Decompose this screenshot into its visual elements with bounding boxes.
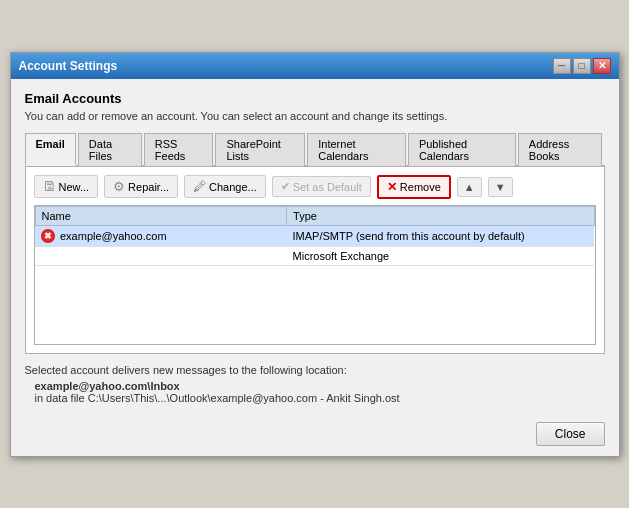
account-name-cell: ✖ example@yahoo.com bbox=[35, 225, 287, 246]
window-title: Account Settings bbox=[19, 59, 118, 73]
repair-icon: ⚙ bbox=[113, 179, 125, 194]
tab-sharepoint-lists[interactable]: SharePoint Lists bbox=[215, 133, 305, 166]
close-window-button[interactable]: ✕ bbox=[593, 58, 611, 74]
inbox-path: example@yahoo.com\Inbox bbox=[35, 380, 605, 392]
bottom-bar: Close bbox=[11, 414, 619, 456]
tab-published-calendars[interactable]: Published Calendars bbox=[408, 133, 516, 166]
account-row-icon: ✖ example@yahoo.com bbox=[41, 229, 167, 243]
change-button[interactable]: 🖉 Change... bbox=[184, 175, 266, 198]
tab-data-files[interactable]: Data Files bbox=[78, 133, 142, 166]
maximize-button[interactable]: □ bbox=[573, 58, 591, 74]
arrow-up-icon: ▲ bbox=[464, 181, 475, 193]
content-area: Email Accounts You can add or remove an … bbox=[11, 79, 619, 414]
title-bar-buttons: ─ □ ✕ bbox=[553, 58, 611, 74]
checkmark-icon: ✔ bbox=[281, 180, 290, 193]
table-row[interactable]: Microsoft Exchange bbox=[35, 246, 594, 265]
tab-rss-feeds[interactable]: RSS Feeds bbox=[144, 133, 214, 166]
close-button[interactable]: Close bbox=[536, 422, 605, 446]
tab-panel: 🖺 New... ⚙ Repair... 🖉 Change... ✔ Set a… bbox=[25, 167, 605, 354]
set-default-button[interactable]: ✔ Set as Default bbox=[272, 176, 371, 197]
new-icon: 🖺 bbox=[43, 179, 56, 194]
table-row[interactable]: ✖ example@yahoo.comIMAP/SMTP (send from … bbox=[35, 225, 594, 246]
col-header-name: Name bbox=[35, 206, 287, 225]
account-name-cell bbox=[35, 246, 287, 265]
data-file-path: in data file C:\Users\This\...\Outlook\e… bbox=[35, 392, 605, 404]
move-up-button[interactable]: ▲ bbox=[457, 177, 482, 197]
new-button[interactable]: 🖺 New... bbox=[34, 175, 99, 198]
repair-button[interactable]: ⚙ Repair... bbox=[104, 175, 178, 198]
accounts-table: Name Type ✖ example@yahoo.comIMAP/SMTP (… bbox=[35, 206, 595, 266]
minimize-button[interactable]: ─ bbox=[553, 58, 571, 74]
table-header-row: Name Type bbox=[35, 206, 594, 225]
accounts-table-container: Name Type ✖ example@yahoo.comIMAP/SMTP (… bbox=[34, 205, 596, 345]
remove-icon: ✕ bbox=[387, 180, 397, 194]
account-type-cell: IMAP/SMTP (send from this account by def… bbox=[287, 225, 594, 246]
accounts-toolbar: 🖺 New... ⚙ Repair... 🖉 Change... ✔ Set a… bbox=[34, 175, 596, 199]
tab-email[interactable]: Email bbox=[25, 133, 76, 166]
footer-info: Selected account delivers new messages t… bbox=[25, 364, 605, 404]
remove-button[interactable]: ✕ Remove bbox=[377, 175, 451, 199]
tabs-bar: Email Data Files RSS Feeds SharePoint Li… bbox=[25, 132, 605, 167]
account-type-cell: Microsoft Exchange bbox=[287, 246, 594, 265]
change-icon: 🖉 bbox=[193, 179, 206, 194]
arrow-down-icon: ▼ bbox=[495, 181, 506, 193]
email-status-icon: ✖ bbox=[41, 229, 55, 243]
section-desc: You can add or remove an account. You ca… bbox=[25, 110, 605, 122]
title-bar: Account Settings ─ □ ✕ bbox=[11, 53, 619, 79]
col-header-type: Type bbox=[287, 206, 594, 225]
section-title: Email Accounts bbox=[25, 91, 605, 106]
account-settings-window: Account Settings ─ □ ✕ Email Accounts Yo… bbox=[10, 52, 620, 457]
tab-address-books[interactable]: Address Books bbox=[518, 133, 603, 166]
move-down-button[interactable]: ▼ bbox=[488, 177, 513, 197]
tab-internet-calendars[interactable]: Internet Calendars bbox=[307, 133, 406, 166]
footer-desc: Selected account delivers new messages t… bbox=[25, 364, 605, 376]
